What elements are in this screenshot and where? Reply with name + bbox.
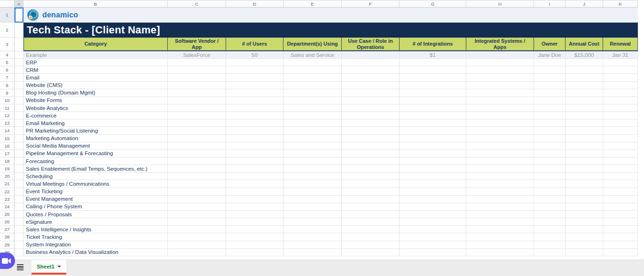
- empty-cell[interactable]: [565, 97, 603, 104]
- empty-cell[interactable]: [400, 104, 466, 112]
- row-header-6[interactable]: 6: [0, 66, 15, 74]
- empty-cell[interactable]: [283, 59, 342, 66]
- empty-cell[interactable]: [603, 165, 638, 173]
- empty-cell[interactable]: [168, 127, 226, 134]
- cell[interactable]: [15, 241, 24, 249]
- empty-cell[interactable]: [283, 89, 342, 97]
- cell[interactable]: [15, 150, 24, 158]
- empty-cell[interactable]: [342, 218, 400, 226]
- empty-cell[interactable]: [283, 74, 342, 81]
- empty-cell[interactable]: [534, 158, 565, 165]
- empty-cell[interactable]: [168, 218, 226, 226]
- empty-cell[interactable]: [603, 97, 638, 104]
- empty-cell[interactable]: [466, 59, 534, 66]
- empty-cell[interactable]: [534, 180, 565, 188]
- category-cell[interactable]: Website Forms: [24, 97, 168, 104]
- column-header-h[interactable]: H: [466, 0, 534, 7]
- empty-cell[interactable]: [466, 127, 534, 134]
- empty-cell[interactable]: [400, 196, 466, 203]
- empty-cell[interactable]: [342, 119, 400, 127]
- cell[interactable]: [15, 97, 24, 104]
- row-header-28[interactable]: 28: [0, 233, 15, 241]
- row-header-25[interactable]: 25: [0, 211, 15, 218]
- empty-cell[interactable]: [565, 89, 603, 97]
- table-header-cell[interactable]: Integrated Systems / Apps: [466, 38, 534, 51]
- category-cell[interactable]: Blog Hosting (Domain Mgmt): [24, 89, 168, 97]
- empty-cell[interactable]: [603, 233, 638, 241]
- column-header-c[interactable]: C: [168, 0, 226, 7]
- empty-cell[interactable]: [466, 165, 534, 173]
- empty-cell[interactable]: [342, 188, 400, 196]
- empty-cell[interactable]: [342, 180, 400, 188]
- empty-cell[interactable]: [400, 226, 466, 233]
- category-cell[interactable]: Event Management: [24, 196, 168, 203]
- empty-cell[interactable]: [283, 249, 342, 256]
- empty-cell[interactable]: [342, 233, 400, 241]
- empty-cell[interactable]: [603, 249, 638, 256]
- empty-cell[interactable]: [534, 104, 565, 112]
- empty-cell[interactable]: [400, 188, 466, 196]
- empty-cell[interactable]: [603, 142, 638, 150]
- empty-cell[interactable]: [283, 97, 342, 104]
- empty-cell[interactable]: [226, 180, 283, 188]
- empty-cell[interactable]: [534, 150, 565, 158]
- category-cell[interactable]: Social Media Management: [24, 142, 168, 150]
- empty-cell[interactable]: [565, 158, 603, 165]
- empty-cell[interactable]: [283, 127, 342, 134]
- empty-cell[interactable]: [466, 211, 534, 218]
- empty-cell[interactable]: [342, 89, 400, 97]
- empty-cell[interactable]: [168, 142, 226, 150]
- empty-cell[interactable]: [603, 158, 638, 165]
- empty-cell[interactable]: [400, 59, 466, 66]
- column-header-j[interactable]: J: [565, 0, 603, 7]
- row-header-17[interactable]: 17: [0, 150, 15, 158]
- empty-cell[interactable]: [466, 135, 534, 142]
- empty-cell[interactable]: [342, 241, 400, 249]
- empty-cell[interactable]: [168, 249, 226, 256]
- category-cell[interactable]: E-commerce: [24, 112, 168, 119]
- row-header-11[interactable]: 11: [0, 104, 15, 112]
- empty-cell[interactable]: [283, 226, 342, 233]
- empty-cell[interactable]: [283, 119, 342, 127]
- empty-cell[interactable]: [342, 97, 400, 104]
- empty-cell[interactable]: [603, 119, 638, 127]
- cell[interactable]: [15, 104, 24, 112]
- empty-cell[interactable]: [466, 104, 534, 112]
- example-cell[interactable]: Jan 31: [603, 51, 638, 59]
- empty-cell[interactable]: [565, 241, 603, 249]
- empty-cell[interactable]: [342, 211, 400, 218]
- empty-cell[interactable]: [466, 188, 534, 196]
- example-cell[interactable]: SalesForce: [168, 51, 226, 59]
- empty-cell[interactable]: [283, 66, 342, 74]
- empty-cell[interactable]: [603, 226, 638, 233]
- empty-cell[interactable]: [565, 226, 603, 233]
- empty-cell[interactable]: [226, 119, 283, 127]
- empty-cell[interactable]: [283, 104, 342, 112]
- empty-cell[interactable]: [565, 188, 603, 196]
- column-header-f[interactable]: F: [342, 0, 400, 7]
- row-header-18[interactable]: 18: [0, 158, 15, 165]
- empty-cell[interactable]: [342, 173, 400, 180]
- cell[interactable]: [15, 188, 24, 196]
- empty-cell[interactable]: [565, 249, 603, 256]
- table-header-cell[interactable]: # of Integrations: [400, 38, 466, 51]
- empty-cell[interactable]: [168, 119, 226, 127]
- row-header-7[interactable]: 7: [0, 74, 15, 81]
- empty-cell[interactable]: [603, 180, 638, 188]
- example-cell[interactable]: 50: [226, 51, 283, 59]
- empty-cell[interactable]: [534, 211, 565, 218]
- empty-cell[interactable]: [603, 66, 638, 74]
- row-header-4[interactable]: 4: [0, 51, 15, 59]
- empty-cell[interactable]: [283, 203, 342, 211]
- cell[interactable]: [15, 233, 24, 241]
- table-header-cell[interactable]: Department(s) Using: [283, 38, 342, 51]
- empty-cell[interactable]: [534, 203, 565, 211]
- empty-cell[interactable]: [466, 112, 534, 119]
- cell[interactable]: [15, 38, 24, 51]
- empty-cell[interactable]: [168, 233, 226, 241]
- row-header-14[interactable]: 14: [0, 127, 15, 134]
- empty-cell[interactable]: [226, 135, 283, 142]
- empty-cell[interactable]: [534, 233, 565, 241]
- empty-cell[interactable]: [603, 203, 638, 211]
- empty-cell[interactable]: [534, 188, 565, 196]
